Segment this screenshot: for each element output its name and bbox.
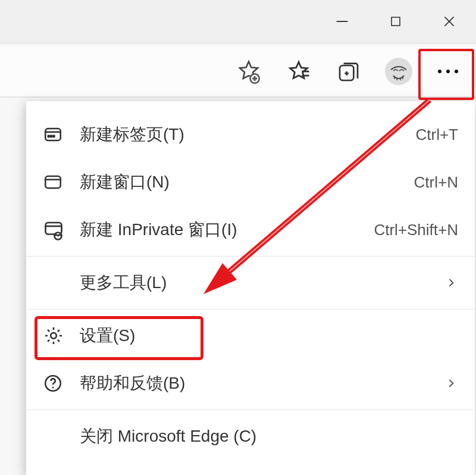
menu-separator: [26, 256, 475, 257]
menu-item-label: 新建窗口(N): [71, 171, 414, 193]
menu-separator: [26, 309, 475, 310]
menu-item-new-window[interactable]: 新建窗口(N) Ctrl+N: [26, 158, 475, 206]
menu-item-shortcut: Ctrl+Shift+N: [374, 221, 458, 239]
add-favorite-button[interactable]: [224, 46, 274, 96]
more-icon: [438, 70, 458, 73]
svg-point-12: [385, 58, 412, 85]
settings-menu: 新建标签页(T) Ctrl+T 新建窗口(N) Ctrl+N: [26, 101, 475, 475]
menu-spacer: [26, 101, 475, 111]
viewport: 新建标签页(T) Ctrl+T 新建窗口(N) Ctrl+N: [0, 0, 476, 475]
favorites-button[interactable]: [274, 46, 324, 96]
gear-icon: [43, 325, 71, 346]
menu-spacer: [26, 460, 475, 475]
menu-item-label: 新建 InPrivate 窗口(I): [71, 218, 374, 241]
menu-item-settings[interactable]: 设置(S): [26, 312, 475, 360]
svg-rect-1: [392, 17, 400, 26]
window-minimize-button[interactable]: [315, 0, 369, 43]
menu-item-label: 帮助和反馈(B): [71, 372, 444, 395]
menu-item-label: 设置(S): [71, 324, 458, 347]
avatar-icon: [385, 58, 412, 85]
svg-point-21: [53, 136, 55, 138]
star-add-icon: [236, 58, 262, 85]
window-close-button[interactable]: [422, 0, 476, 43]
chevron-right-icon: [444, 277, 458, 289]
svg-point-28: [52, 387, 54, 389]
menu-item-help[interactable]: 帮助和反馈(B): [26, 360, 475, 407]
svg-rect-17: [45, 129, 61, 140]
menu-item-new-inprivate[interactable]: 新建 InPrivate 窗口(I) Ctrl+Shift+N: [26, 206, 475, 254]
browser-toolbar: [0, 46, 476, 98]
close-icon: [441, 14, 457, 29]
svg-rect-22: [45, 176, 61, 188]
menu-item-shortcut: Ctrl+N: [414, 173, 458, 192]
menu-item-label: 关闭 Microsoft Edge (C): [71, 425, 458, 448]
collections-button[interactable]: [324, 46, 374, 96]
minimize-icon: [334, 13, 350, 30]
help-icon: [43, 373, 71, 393]
inprivate-icon: [43, 219, 71, 240]
window-titlebar: [0, 0, 476, 43]
star-list-icon: [286, 59, 311, 84]
window-maximize-button[interactable]: [369, 0, 422, 43]
svg-point-26: [51, 333, 57, 339]
maximize-icon: [389, 14, 403, 29]
svg-point-19: [48, 136, 50, 138]
profile-button[interactable]: [374, 46, 424, 96]
svg-point-20: [51, 136, 52, 138]
collections-icon: [337, 60, 361, 83]
more-menu-button[interactable]: [424, 48, 472, 95]
menu-item-close-app[interactable]: 关闭 Microsoft Edge (C): [26, 412, 475, 460]
menu-separator: [26, 410, 475, 410]
menu-item-label: 更多工具(L): [71, 271, 444, 294]
window-icon: [43, 172, 71, 192]
tab-icon: [43, 124, 71, 145]
menu-item-shortcut: Ctrl+T: [416, 126, 459, 144]
menu-item-label: 新建标签页(T): [71, 123, 416, 146]
menu-item-more-tools[interactable]: 更多工具(L): [26, 259, 475, 307]
chevron-right-icon: [444, 377, 458, 389]
menu-item-new-tab[interactable]: 新建标签页(T) Ctrl+T: [26, 111, 475, 158]
